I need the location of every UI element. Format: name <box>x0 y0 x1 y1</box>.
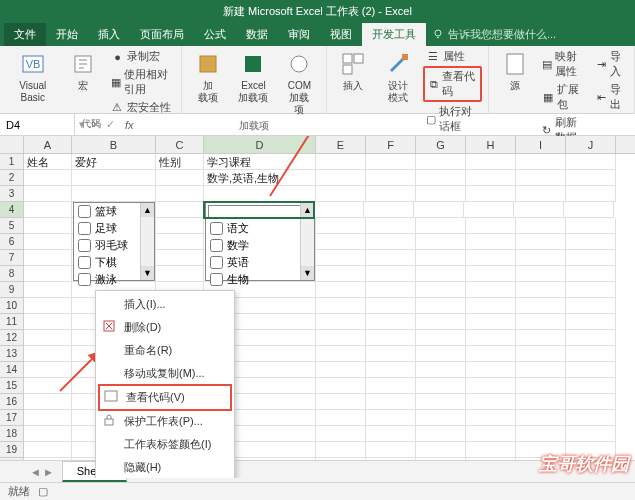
cell[interactable] <box>366 170 416 186</box>
sheet-nav[interactable]: ◄► <box>30 466 54 478</box>
relative-ref-button[interactable]: ▦使用相对引用 <box>107 66 175 98</box>
tab-view[interactable]: 视图 <box>320 23 362 46</box>
cell[interactable] <box>516 426 566 442</box>
cell[interactable] <box>516 410 566 426</box>
cell[interactable] <box>466 410 516 426</box>
menu-tab-color[interactable]: 工作表标签颜色(I) <box>98 433 232 456</box>
cell[interactable] <box>24 394 72 410</box>
checkbox[interactable] <box>78 222 91 235</box>
col-header[interactable]: E <box>316 136 366 153</box>
cell[interactable] <box>566 234 616 250</box>
row-header[interactable]: 9 <box>0 282 23 298</box>
cell[interactable] <box>24 266 72 282</box>
cell[interactable] <box>516 330 566 346</box>
cell[interactable] <box>156 234 204 250</box>
cell[interactable] <box>416 298 466 314</box>
cell[interactable] <box>466 394 516 410</box>
cell[interactable] <box>516 154 566 170</box>
cell[interactable] <box>516 266 566 282</box>
row-header[interactable]: 17 <box>0 410 23 426</box>
cell[interactable] <box>466 362 516 378</box>
cell[interactable] <box>24 330 72 346</box>
cell[interactable] <box>366 186 416 202</box>
cell[interactable] <box>566 426 616 442</box>
cell[interactable] <box>466 298 516 314</box>
cell[interactable] <box>24 410 72 426</box>
row-header[interactable]: 12 <box>0 330 23 346</box>
cell[interactable] <box>566 330 616 346</box>
cell[interactable] <box>24 362 72 378</box>
cell[interactable] <box>24 282 72 298</box>
cell[interactable] <box>316 346 366 362</box>
cell[interactable]: 学习课程 <box>204 154 316 170</box>
cell[interactable] <box>24 218 72 234</box>
xml-source-button[interactable]: 源 <box>495 48 535 94</box>
row-header[interactable]: 1 <box>0 154 23 170</box>
cell[interactable] <box>516 346 566 362</box>
cell[interactable] <box>316 250 366 266</box>
cell[interactable] <box>416 330 466 346</box>
select-all-corner[interactable] <box>0 136 24 154</box>
cell[interactable] <box>316 154 366 170</box>
cell[interactable] <box>566 410 616 426</box>
cell[interactable] <box>416 250 466 266</box>
cell[interactable] <box>316 442 366 458</box>
row-header[interactable]: 3 <box>0 186 23 202</box>
cell[interactable] <box>316 426 366 442</box>
excel-addins-button[interactable]: Excel 加载项 <box>232 48 274 106</box>
checkbox[interactable] <box>210 256 223 269</box>
cell[interactable] <box>366 378 416 394</box>
cell[interactable] <box>416 378 466 394</box>
cell[interactable] <box>24 442 72 458</box>
scroll-down-icon[interactable]: ▼ <box>141 266 154 280</box>
row-header[interactable]: 11 <box>0 314 23 330</box>
cell[interactable] <box>516 394 566 410</box>
cell[interactable] <box>24 186 72 202</box>
cell[interactable] <box>204 186 316 202</box>
next-sheet-icon[interactable]: ► <box>43 466 54 478</box>
cell[interactable] <box>316 218 366 234</box>
cell[interactable] <box>316 378 366 394</box>
fx-label[interactable]: fx <box>119 119 140 131</box>
row-header[interactable]: 18 <box>0 426 23 442</box>
cell[interactable]: 姓名 <box>24 154 72 170</box>
checkbox[interactable] <box>78 205 91 218</box>
menu-rename[interactable]: 重命名(R) <box>98 339 232 362</box>
row-header[interactable]: 7 <box>0 250 23 266</box>
cell[interactable] <box>366 346 416 362</box>
cell[interactable] <box>466 186 516 202</box>
cell[interactable] <box>316 410 366 426</box>
cell[interactable] <box>516 282 566 298</box>
cell[interactable] <box>416 154 466 170</box>
cell[interactable] <box>24 346 72 362</box>
cell[interactable] <box>156 170 204 186</box>
cell[interactable] <box>24 202 72 218</box>
design-mode-button[interactable]: 设计模式 <box>377 48 419 106</box>
menu-move[interactable]: 移动或复制(M)... <box>98 362 232 385</box>
export-button[interactable]: ⇤导出 <box>594 81 628 113</box>
cell[interactable] <box>72 186 156 202</box>
cell[interactable] <box>416 266 466 282</box>
macro-security-button[interactable]: ⚠宏安全性 <box>107 99 175 116</box>
cell[interactable] <box>24 378 72 394</box>
cell[interactable] <box>24 170 72 186</box>
cell[interactable] <box>156 250 204 266</box>
map-props-button[interactable]: ▤映射属性 <box>539 48 590 80</box>
cell[interactable] <box>156 266 204 282</box>
cell[interactable] <box>466 346 516 362</box>
cell[interactable] <box>566 250 616 266</box>
col-header[interactable]: C <box>156 136 204 153</box>
name-box-input[interactable] <box>6 119 68 131</box>
cell[interactable] <box>366 266 416 282</box>
tab-review[interactable]: 审阅 <box>278 23 320 46</box>
cell[interactable]: 性别 <box>156 154 204 170</box>
tell-me[interactable]: 告诉我您想要做什么... <box>432 27 556 42</box>
cell[interactable] <box>566 346 616 362</box>
cell[interactable] <box>466 282 516 298</box>
name-box[interactable] <box>0 114 75 135</box>
row-header[interactable]: 16 <box>0 394 23 410</box>
cell[interactable] <box>466 314 516 330</box>
cell[interactable] <box>316 186 366 202</box>
cell[interactable] <box>566 170 616 186</box>
col-header[interactable]: G <box>416 136 466 153</box>
